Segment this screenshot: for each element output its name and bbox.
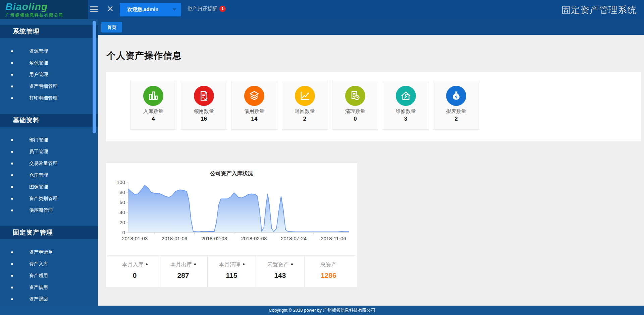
- svg-text:40: 40: [119, 209, 125, 215]
- bullet-icon: [11, 251, 13, 253]
- bullet-icon: [11, 151, 13, 153]
- dot-icon: [194, 263, 196, 265]
- stat-card-value: 2: [433, 116, 479, 122]
- bullet-icon: [11, 287, 13, 289]
- bar-chart-icon: [143, 86, 163, 106]
- sidebar-item-label: 资产类别管理: [29, 196, 57, 201]
- money-bag-icon: $: [446, 86, 466, 106]
- bullet-icon: [11, 198, 13, 200]
- svg-text:2018-07-24: 2018-07-24: [281, 236, 307, 241]
- sidebar-item-0-1[interactable]: 角色管理: [0, 57, 98, 69]
- sidebar-item-0-2[interactable]: 用户管理: [0, 69, 98, 80]
- dot-icon: [146, 263, 148, 265]
- main-content: 个人资产操作信息 入库数量4领用数量16借用数量14退回数量2清理数量0维修数量…: [98, 35, 644, 306]
- svg-text:2018-02-08: 2018-02-08: [241, 236, 267, 241]
- sidebar-item-2-1[interactable]: 资产入库: [0, 258, 98, 270]
- summary-value: 143: [256, 271, 304, 279]
- document-clock-icon: [345, 86, 365, 106]
- sidebar: 系统管理资源管理角色管理用户管理资产明细管理打印明细管理基础资料部门管理员工管理…: [0, 19, 98, 306]
- svg-text:$: $: [455, 95, 458, 99]
- logo-title: Biaoling: [5, 2, 88, 12]
- close-icon[interactable]: ✕: [107, 4, 114, 14]
- sidebar-item-2-0[interactable]: 资产申请单: [0, 246, 98, 258]
- summary-item-2: 本月清理115: [208, 256, 256, 287]
- stat-card-value: 14: [231, 116, 277, 122]
- sidebar-item-2-2[interactable]: 资产领用: [0, 270, 98, 281]
- svg-text:2018-02-03: 2018-02-03: [201, 236, 227, 241]
- sidebar-section-title-1: 基础资料: [0, 114, 98, 127]
- sidebar-item-label: 员工管理: [29, 149, 48, 154]
- sidebar-item-2-3[interactable]: 资产借用: [0, 281, 98, 293]
- stat-card-0: 入库数量4: [130, 81, 176, 130]
- sidebar-item-0-0[interactable]: 资源管理: [0, 45, 98, 57]
- sidebar-section-title-0: 系统管理: [0, 25, 98, 38]
- sidebar-item-0-3[interactable]: 资产明细管理: [0, 80, 98, 92]
- sidebar-item-label: 资产申请单: [29, 249, 53, 255]
- sidebar-item-1-3[interactable]: 仓库管理: [0, 169, 98, 181]
- sidebar-item-label: 资产明细管理: [29, 83, 57, 89]
- svg-text:60: 60: [119, 199, 125, 205]
- summary-item-1: 本月出库287: [159, 256, 207, 287]
- bullet-icon: [11, 263, 13, 265]
- chevron-down-icon: [172, 8, 176, 11]
- user-dropdown-button[interactable]: 欢迎您,admin: [120, 3, 181, 16]
- menu-toggle-icon[interactable]: [90, 6, 98, 13]
- stat-card-label: 维修数量: [383, 108, 429, 115]
- stat-card-2: 借用数量14: [231, 81, 277, 130]
- sidebar-item-label: 交易常量管理: [29, 161, 57, 166]
- chart-title: 公司资产入库状况: [106, 170, 357, 177]
- sidebar-item-1-6[interactable]: 供应商管理: [0, 204, 98, 216]
- sidebar-item-label: 资源管理: [29, 48, 48, 54]
- asset-return-reminder[interactable]: 资产归还提醒1: [187, 6, 226, 12]
- summary-value: 287: [159, 271, 207, 279]
- summary-label: 本月出库: [159, 261, 207, 268]
- stat-cards-panel: 入库数量4领用数量16借用数量14退回数量2清理数量0维修数量3$报废数量2: [106, 72, 641, 141]
- sidebar-item-2-4[interactable]: 资产退回: [0, 293, 98, 305]
- summary-label: 总资产: [305, 261, 353, 268]
- summary-label: 闲置资产: [256, 261, 304, 268]
- sidebar-item-1-0[interactable]: 部门管理: [0, 134, 98, 146]
- svg-text:2018-01-03: 2018-01-03: [122, 236, 148, 241]
- sidebar-item-1-4[interactable]: 图像管理: [0, 181, 98, 193]
- tab-bar: 首页: [98, 19, 644, 35]
- home-repair-icon: [396, 86, 416, 106]
- sidebar-item-label: 部门管理: [29, 137, 48, 142]
- header-bar: Biaoling 广州标领信息科技有限公司 ✕ 欢迎您,admin 资产归还提醒…: [0, 0, 644, 19]
- sidebar-section-title-2: 固定资产管理: [0, 226, 98, 239]
- user-dropdown-label: 欢迎您,admin: [127, 6, 158, 12]
- line-chart-icon: [295, 86, 315, 106]
- tab-home[interactable]: 首页: [101, 22, 122, 33]
- svg-text:2018-11-06: 2018-11-06: [321, 236, 346, 241]
- stat-card-value: 0: [332, 116, 378, 122]
- sidebar-item-1-1[interactable]: 员工管理: [0, 146, 98, 158]
- summary-label: 本月入库: [111, 261, 159, 268]
- svg-text:0: 0: [122, 230, 125, 235]
- summary-label: 本月清理: [208, 261, 256, 268]
- page-title: 个人资产操作信息: [107, 50, 182, 62]
- logo: Biaoling 广州标领信息科技有限公司: [0, 0, 88, 19]
- sidebar-item-label: 资产入库: [29, 261, 48, 266]
- sidebar-item-1-5[interactable]: 资产类别管理: [0, 193, 98, 204]
- sidebar-item-label: 图像管理: [29, 184, 48, 189]
- stat-card-label: 领用数量: [181, 108, 227, 115]
- sidebar-item-label: 供应商管理: [29, 207, 53, 213]
- summary-value: 115: [208, 271, 256, 279]
- footer: Copyright © 2018 power by 广州标领信息科技有限公司: [0, 306, 644, 315]
- sidebar-section-items-2: 资产申请单资产入库资产领用资产借用资产退回: [0, 246, 98, 305]
- chart-card: 公司资产入库状况 0204060801002018-01-032018-01-0…: [106, 163, 357, 287]
- document-check-icon: [194, 86, 214, 106]
- app: { "header": { "logo_title": "Biaoling", …: [0, 0, 644, 315]
- sidebar-item-0-4[interactable]: 打印明细管理: [0, 92, 98, 104]
- bullet-icon: [11, 298, 13, 300]
- summary-item-4: 总资产1286: [305, 256, 353, 287]
- sidebar-item-1-2[interactable]: 交易常量管理: [0, 158, 98, 169]
- bullet-icon: [11, 62, 13, 64]
- dot-icon: [291, 263, 293, 265]
- stat-card-label: 入库数量: [130, 108, 176, 115]
- bullet-icon: [11, 85, 13, 87]
- svg-text:80: 80: [119, 189, 125, 195]
- app-title: 固定资产管理系统: [561, 4, 637, 16]
- sidebar-item-label: 用户管理: [29, 72, 48, 77]
- bullet-icon: [11, 186, 13, 188]
- sidebar-item-label: 资产领用: [29, 273, 48, 278]
